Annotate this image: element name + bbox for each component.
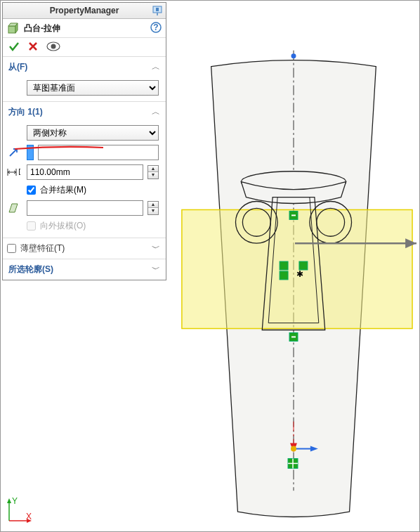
feature-name: 凸台-拉伸 <box>24 22 60 34</box>
chevron-up-icon: ︿ <box>152 61 160 73</box>
section-dir1-head[interactable]: 方向 1(1) ︿ <box>3 102 166 122</box>
direction-field[interactable] <box>38 145 159 160</box>
depth-input[interactable] <box>30 167 140 177</box>
help-icon[interactable]: ? <box>150 22 162 33</box>
chevron-up-icon: ︿ <box>152 106 160 118</box>
section-from-label: 从(F) <box>8 61 27 73</box>
depth-dimension-icon: D1 <box>6 166 20 179</box>
view-axes: Y X <box>5 497 33 527</box>
merge-checkbox[interactable] <box>27 186 36 195</box>
svg-text:X: X <box>26 512 32 521</box>
reverse-direction-icon[interactable] <box>7 146 20 159</box>
section-from-head[interactable]: 从(F) ︿ <box>3 57 166 77</box>
draft-outward-checkbox <box>27 221 36 231</box>
svg-rect-3 <box>8 26 15 33</box>
thin-feature-checkbox[interactable] <box>7 244 16 253</box>
draft-row: ▲▼ <box>27 200 159 216</box>
preview-icon[interactable] <box>46 41 60 51</box>
feature-title-row: 凸台-拉伸 ? <box>3 19 166 38</box>
spin-up-icon[interactable]: ▲ <box>148 202 158 208</box>
section-from: 从(F) ︿ 草图基准面 <box>3 57 166 102</box>
ok-icon[interactable] <box>8 41 20 52</box>
panel-title: PropertyManager <box>50 6 119 15</box>
spin-down-icon[interactable]: ▼ <box>148 208 158 214</box>
draft-outward-row: 向外拔模(O) <box>27 220 159 232</box>
section-dir1-label: 方向 1(1) <box>8 106 43 118</box>
section-thin-head[interactable]: 薄壁特征(T) ﹀ <box>3 238 166 259</box>
extrude-boss-icon <box>7 22 20 34</box>
merge-label: 合并结果(M) <box>40 184 86 196</box>
draft-spinner[interactable]: ▲▼ <box>147 201 159 215</box>
merge-row: 合并结果(M) <box>27 184 159 196</box>
depth-field[interactable] <box>27 164 143 180</box>
property-manager-panel: PropertyManager 凸台-拉伸 ? 从(F) ︿ 草图基准面 方向 … <box>2 2 166 280</box>
section-thin: 薄壁特征(T) ﹀ <box>3 238 166 259</box>
svg-text:✱: ✱ <box>296 269 303 279</box>
section-contours-label: 所选轮廓(S) <box>8 264 53 275</box>
svg-text:?: ? <box>153 22 158 32</box>
chevron-down-icon: ﹀ <box>152 264 160 275</box>
svg-rect-24 <box>280 261 288 270</box>
svg-point-9 <box>51 44 56 49</box>
spin-up-icon[interactable]: ▲ <box>148 166 158 172</box>
svg-rect-26 <box>280 271 288 280</box>
direction-vector-row <box>27 145 159 160</box>
dir1-end-condition-select[interactable]: 两侧对称 <box>27 125 159 141</box>
svg-marker-39 <box>7 498 11 503</box>
panel-header: PropertyManager <box>3 3 166 19</box>
direction-input[interactable] <box>41 148 155 157</box>
chevron-down-icon: ﹀ <box>152 242 160 254</box>
draft-input[interactable] <box>30 203 140 213</box>
depth-row: D1 ▲▼ <box>27 164 159 180</box>
from-select[interactable]: 草图基准面 <box>27 80 159 96</box>
svg-text:D1: D1 <box>18 167 20 177</box>
svg-marker-11 <box>9 204 18 212</box>
draft-icon[interactable] <box>6 201 20 215</box>
section-direction1: 方向 1(1) ︿ 两侧对称 D1 ▲▼ 合并结果(M) <box>3 102 166 238</box>
pushpin-icon[interactable] <box>152 5 163 16</box>
svg-text:Y: Y <box>12 497 18 506</box>
svg-point-13 <box>291 53 296 58</box>
section-contours-head[interactable]: 所选轮廓(S) ﹀ <box>3 259 166 280</box>
draft-outward-label: 向外拔模(O) <box>40 220 86 232</box>
depth-spinner[interactable]: ▲▼ <box>147 165 159 179</box>
svg-rect-1 <box>156 8 159 11</box>
3d-viewport[interactable]: ✱ <box>168 1 419 531</box>
section-contours: 所选轮廓(S) ﹀ <box>3 259 166 280</box>
section-thin-label: 薄壁特征(T) <box>20 242 65 254</box>
action-row <box>3 38 166 57</box>
svg-point-34 <box>291 446 296 452</box>
cancel-icon[interactable] <box>28 41 38 51</box>
spin-down-icon[interactable]: ▼ <box>148 172 158 179</box>
selected-direction-chip[interactable] <box>27 145 34 160</box>
draft-field[interactable] <box>27 200 143 216</box>
